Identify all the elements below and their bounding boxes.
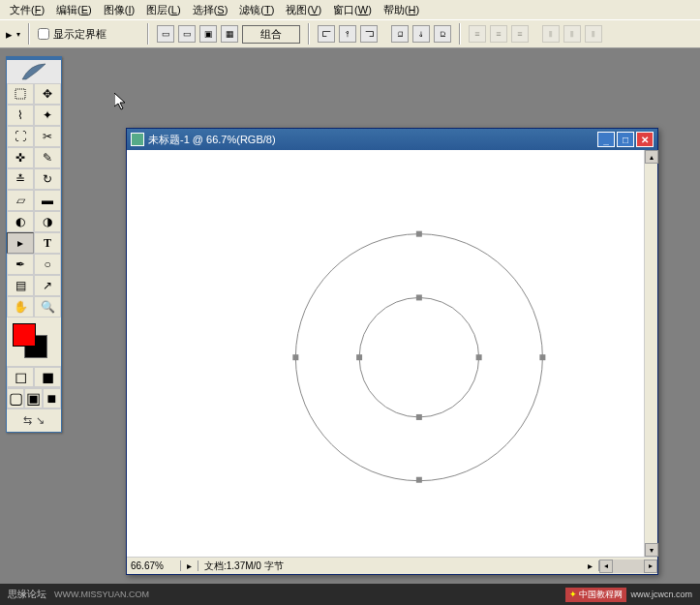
toolbox: ✥ ⌇ ✦ ⛶ ✂ ✜ ✎ ≛ ↻ ▱ ▬ ◐ ◑ ▸ T ✒ ○ ▤ ↗ ✋ … bbox=[6, 56, 62, 433]
quickmask-mode-icon[interactable]: ◼ bbox=[34, 367, 61, 387]
lasso-tool[interactable]: ⌇ bbox=[7, 105, 34, 126]
history-brush-tool[interactable]: ↻ bbox=[34, 168, 61, 190]
menu-filter[interactable]: 滤镜(T) bbox=[233, 1, 280, 19]
document-titlebar[interactable]: 未标题-1 @ 66.7%(RGB/8) _ □ ✕ bbox=[127, 129, 657, 150]
gradient-tool[interactable]: ▬ bbox=[34, 190, 61, 211]
hand-tool[interactable]: ✋ bbox=[7, 296, 34, 318]
foreground-swatch[interactable] bbox=[13, 323, 36, 347]
align-right-icon[interactable]: ⫎ bbox=[360, 25, 378, 43]
dist-hcenter-icon[interactable]: ⦀ bbox=[563, 25, 581, 43]
menu-help[interactable]: 帮助(H) bbox=[378, 1, 425, 19]
type-tool[interactable]: T bbox=[34, 232, 61, 254]
path-select-tool[interactable]: ▸ bbox=[7, 232, 34, 254]
menu-view[interactable]: 视图(V) bbox=[280, 1, 327, 19]
stamp-tool[interactable]: ≛ bbox=[7, 168, 34, 190]
statusbar-menu-icon[interactable]: ▸ bbox=[181, 560, 198, 571]
document-title: 未标题-1 @ 66.7%(RGB/8) bbox=[148, 133, 597, 147]
brush-tool[interactable]: ✎ bbox=[34, 147, 61, 168]
shape-tool[interactable]: ○ bbox=[34, 254, 61, 275]
screen-full-menu-icon[interactable]: ▣ bbox=[24, 388, 42, 408]
svg-rect-5 bbox=[416, 294, 422, 300]
menu-image[interactable]: 图像(I) bbox=[98, 1, 140, 19]
eyedropper-tool[interactable]: ↗ bbox=[34, 275, 61, 296]
document-statusbar: 66.67% ▸ 文档:1.37M/0 字节 ▸ ◂ ▸ bbox=[127, 557, 657, 574]
svg-rect-8 bbox=[356, 354, 362, 360]
healing-tool[interactable]: ✜ bbox=[7, 147, 34, 168]
zoom-level[interactable]: 66.67% bbox=[127, 560, 181, 571]
screen-standard-icon[interactable]: ▢ bbox=[7, 388, 24, 408]
menu-bar: 文件(F) 编辑(E) 图像(I) 图层(L) 选择(S) 滤镜(T) 视图(V… bbox=[0, 0, 700, 19]
pathop-exclude-icon[interactable]: ▦ bbox=[221, 25, 238, 43]
dist-bottom-icon[interactable]: ≡ bbox=[511, 25, 529, 43]
document-window: 未标题-1 @ 66.7%(RGB/8) _ □ ✕ ▴ ▾ bbox=[126, 128, 658, 575]
selection-handles[interactable] bbox=[292, 231, 545, 483]
canvas[interactable] bbox=[127, 150, 644, 555]
align-center-v-icon[interactable]: ⫰ bbox=[412, 25, 430, 43]
outer-circle-path[interactable] bbox=[295, 234, 542, 481]
horizontal-scrollbar[interactable]: ◂ ▸ bbox=[599, 560, 657, 573]
scroll-down-icon[interactable]: ▾ bbox=[645, 543, 658, 557]
menu-file[interactable]: 文件(F) bbox=[4, 1, 50, 19]
pathop-intersect-icon[interactable]: ▣ bbox=[199, 25, 217, 43]
svg-rect-3 bbox=[416, 477, 422, 483]
close-button[interactable]: ✕ bbox=[636, 132, 654, 147]
inner-circle-path[interactable] bbox=[359, 297, 479, 417]
align-center-h-icon[interactable]: ⫯ bbox=[339, 25, 356, 43]
slice-tool[interactable]: ✂ bbox=[34, 126, 61, 147]
show-bounds-label: 显示定界框 bbox=[53, 27, 107, 42]
color-swatches[interactable] bbox=[11, 321, 57, 362]
path-select-tool-icon[interactable]: ▸ bbox=[6, 27, 13, 42]
scroll-up-icon[interactable]: ▴ bbox=[645, 150, 658, 164]
move-tool[interactable]: ✥ bbox=[34, 83, 61, 105]
pen-tool[interactable]: ✒ bbox=[7, 254, 34, 275]
maximize-button[interactable]: □ bbox=[617, 132, 634, 147]
footer-right-url: www.jcwcn.com bbox=[630, 590, 692, 599]
svg-rect-4 bbox=[292, 354, 298, 360]
menu-layer[interactable]: 图层(L) bbox=[140, 1, 186, 19]
separator bbox=[147, 23, 149, 45]
dist-right-icon[interactable]: ⦀ bbox=[585, 25, 602, 43]
document-icon bbox=[131, 133, 144, 146]
zoom-tool[interactable]: 🔍 bbox=[34, 296, 61, 318]
align-bottom-icon[interactable]: ⫒ bbox=[434, 25, 451, 43]
dist-left-icon[interactable]: ⦀ bbox=[542, 25, 560, 43]
wand-tool[interactable]: ✦ bbox=[34, 105, 61, 126]
align-left-icon[interactable]: ⫍ bbox=[318, 25, 335, 43]
crop-tool[interactable]: ⛶ bbox=[7, 126, 34, 147]
menu-edit[interactable]: 编辑(E) bbox=[50, 1, 98, 19]
marquee-tool[interactable] bbox=[7, 83, 34, 105]
show-bounds-input[interactable] bbox=[38, 28, 49, 40]
dodge-tool[interactable]: ◑ bbox=[34, 211, 61, 232]
dist-vcenter-icon[interactable]: ≡ bbox=[490, 25, 507, 43]
standard-mode-icon[interactable]: ◻ bbox=[7, 367, 34, 387]
footer-forum: 思缘论坛 bbox=[8, 588, 46, 601]
pathop-subtract-icon[interactable]: ▭ bbox=[178, 25, 196, 43]
toolbox-header bbox=[7, 60, 61, 83]
pathop-add-icon[interactable]: ▭ bbox=[157, 25, 174, 43]
blur-tool[interactable]: ◐ bbox=[7, 211, 34, 232]
show-bounds-checkbox[interactable]: 显示定界框 bbox=[38, 27, 107, 42]
menu-window[interactable]: 窗口(W) bbox=[327, 1, 378, 19]
menu-select[interactable]: 选择(S) bbox=[187, 1, 234, 19]
cursor-icon bbox=[114, 93, 130, 112]
align-top-icon[interactable]: ⫑ bbox=[391, 25, 409, 43]
dropdown-arrow-icon[interactable]: ▾ bbox=[16, 30, 20, 39]
vertical-scrollbar[interactable]: ▴ ▾ bbox=[644, 150, 657, 557]
svg-rect-7 bbox=[416, 414, 422, 420]
screen-full-icon[interactable]: ■ bbox=[43, 388, 61, 408]
feather-icon bbox=[20, 62, 47, 81]
minimize-button[interactable]: _ bbox=[597, 132, 615, 147]
notes-tool[interactable]: ▤ bbox=[7, 275, 34, 296]
dist-top-icon[interactable]: ≡ bbox=[469, 25, 486, 43]
svg-rect-6 bbox=[476, 354, 482, 360]
combine-button[interactable]: 组合 bbox=[242, 25, 300, 44]
svg-rect-0 bbox=[15, 89, 25, 99]
statusbar-flyout-icon[interactable]: ▸ bbox=[582, 560, 599, 571]
eraser-tool[interactable]: ▱ bbox=[7, 190, 34, 211]
document-size-label: 文档:1.37M/0 字节 bbox=[198, 560, 582, 573]
jump-to-imageready[interactable]: ⇆ ↘ bbox=[7, 408, 61, 432]
scroll-right-icon[interactable]: ▸ bbox=[644, 560, 657, 573]
separator bbox=[459, 23, 461, 45]
scroll-left-icon[interactable]: ◂ bbox=[599, 560, 613, 573]
options-bar: ▸ ▾ 显示定界框 ▭ ▭ ▣ ▦ 组合 ⫍ ⫯ ⫎ ⫑ ⫰ ⫒ ≡ ≡ ≡ ⦀… bbox=[0, 19, 700, 48]
